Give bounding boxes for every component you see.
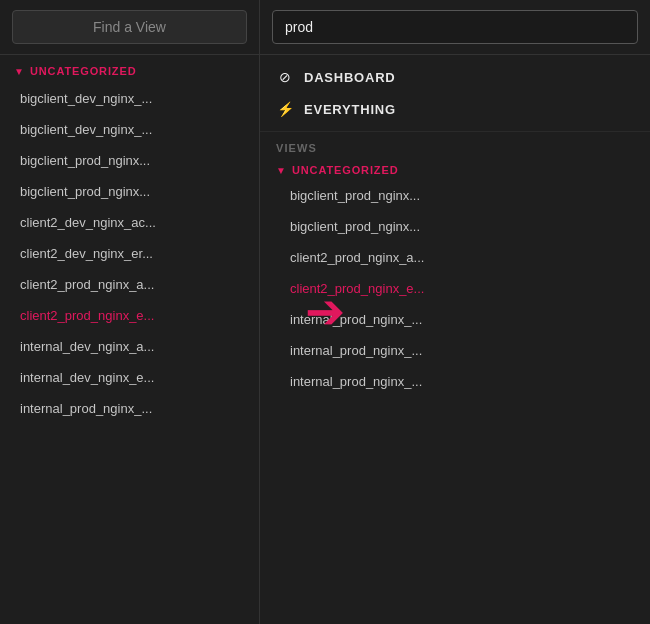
list-item[interactable]: internal_prod_nginx_... [0, 393, 259, 424]
global-items-container: ⊘DASHBOARD⚡EVERYTHING [260, 55, 650, 132]
list-item[interactable]: internal_dev_nginx_a... [0, 331, 259, 362]
global-item-label: EVERYTHING [304, 102, 396, 117]
left-panel: ▼ UNCATEGORIZED bigclient_dev_nginx_...b… [0, 0, 260, 624]
left-triangle-icon: ▼ [14, 66, 24, 77]
right-triangle-icon: ▼ [276, 165, 286, 176]
right-list-item[interactable]: bigclient_prod_nginx... [260, 211, 650, 242]
list-item[interactable]: client2_prod_nginx_a... [0, 269, 259, 300]
right-category-label: UNCATEGORIZED [292, 164, 399, 176]
global-item[interactable]: ⚡EVERYTHING [260, 93, 650, 125]
global-item[interactable]: ⊘DASHBOARD [260, 61, 650, 93]
right-list-item[interactable]: internal_prod_nginx_... [260, 335, 650, 366]
dashboard-icon: ⊘ [276, 69, 294, 85]
left-list: bigclient_dev_nginx_...bigclient_dev_ngi… [0, 83, 259, 624]
right-list-item[interactable]: client2_prod_nginx_a... [260, 242, 650, 273]
left-category-label: UNCATEGORIZED [30, 65, 137, 77]
list-item[interactable]: client2_dev_nginx_er... [0, 238, 259, 269]
right-list-item[interactable]: internal_prod_nginx_... [260, 366, 650, 397]
right-search-box [260, 0, 650, 55]
views-label: VIEWS [260, 132, 650, 158]
right-category-header: ▼ UNCATEGORIZED [260, 158, 650, 180]
arrow-container: ➔ [305, 288, 345, 336]
right-arrow-icon: ➔ [305, 285, 345, 338]
list-item[interactable]: client2_prod_nginx_e... [0, 300, 259, 331]
global-item-label: DASHBOARD [304, 70, 396, 85]
right-list-item[interactable]: bigclient_prod_nginx... [260, 180, 650, 211]
left-search-input[interactable] [12, 10, 247, 44]
views-section: VIEWS ▼ UNCATEGORIZED bigclient_prod_ngi… [260, 132, 650, 624]
list-item[interactable]: bigclient_prod_nginx... [0, 176, 259, 207]
right-search-input[interactable] [272, 10, 638, 44]
list-item[interactable]: bigclient_prod_nginx... [0, 145, 259, 176]
left-search-box [0, 0, 259, 55]
list-item[interactable]: internal_dev_nginx_e... [0, 362, 259, 393]
list-item[interactable]: client2_dev_nginx_ac... [0, 207, 259, 238]
list-item[interactable]: bigclient_dev_nginx_... [0, 114, 259, 145]
everything-icon: ⚡ [276, 101, 294, 117]
list-item[interactable]: bigclient_dev_nginx_... [0, 83, 259, 114]
left-category-header: ▼ UNCATEGORIZED [0, 55, 259, 83]
